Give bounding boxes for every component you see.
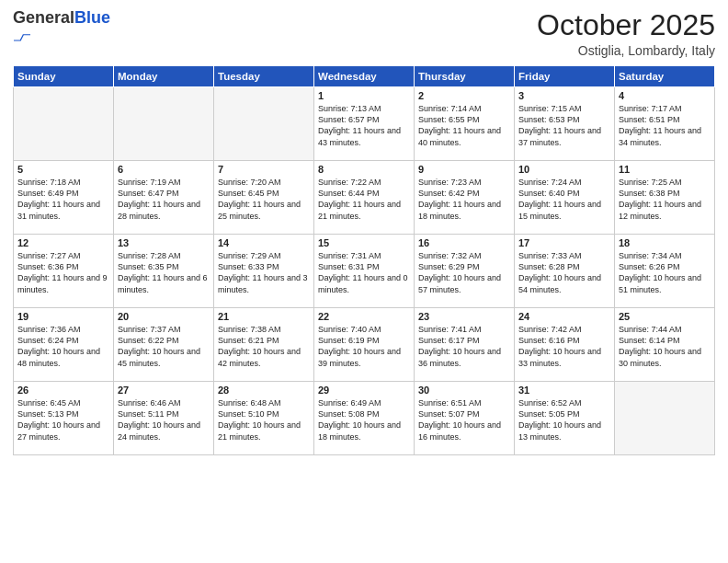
cell-text: Sunrise: 7:23 AMSunset: 6:42 PMDaylight:… [418,177,510,222]
day-number: 14 [218,237,310,248]
cell-text: Sunrise: 6:46 AMSunset: 5:11 PMDaylight:… [118,397,210,442]
day-number: 21 [218,311,310,322]
calendar-table: Sunday Monday Tuesday Wednesday Thursday… [13,65,715,455]
table-row: 18Sunrise: 7:34 AMSunset: 6:26 PMDayligh… [615,235,715,308]
cell-text: Sunrise: 6:48 AMSunset: 5:10 PMDaylight:… [218,397,310,442]
cell-text: Sunrise: 6:45 AMSunset: 5:13 PMDaylight:… [17,397,109,442]
col-sunday: Sunday [14,66,114,87]
day-number: 28 [218,385,310,396]
table-row: 13Sunrise: 7:28 AMSunset: 6:35 PMDayligh… [114,235,214,308]
table-row: 6Sunrise: 7:19 AMSunset: 6:47 PMDaylight… [114,161,214,235]
table-row [214,87,314,161]
month-title: October 2025 [537,9,715,41]
table-row: 22Sunrise: 7:40 AMSunset: 6:19 PMDayligh… [314,308,415,382]
table-row: 19Sunrise: 7:36 AMSunset: 6:24 PMDayligh… [14,308,114,382]
day-number: 13 [118,237,210,248]
table-row: 12Sunrise: 7:27 AMSunset: 6:36 PMDayligh… [14,235,114,308]
day-number: 2 [418,90,510,101]
cell-text: Sunrise: 7:25 AMSunset: 6:38 PMDaylight:… [619,177,711,222]
title-block: October 2025 Ostiglia, Lombardy, Italy [537,9,715,58]
day-number: 4 [619,90,711,101]
logo-icon [14,29,30,45]
col-wednesday: Wednesday [314,66,415,87]
table-row: 7Sunrise: 7:20 AMSunset: 6:45 PMDaylight… [214,161,314,235]
day-number: 20 [118,311,210,322]
day-number: 11 [619,164,711,175]
calendar-week-row: 12Sunrise: 7:27 AMSunset: 6:36 PMDayligh… [14,235,715,308]
table-row: 16Sunrise: 7:32 AMSunset: 6:29 PMDayligh… [415,235,515,308]
cell-text: Sunrise: 7:28 AMSunset: 6:35 PMDaylight:… [118,250,210,295]
cell-text: Sunrise: 7:44 AMSunset: 6:14 PMDaylight:… [619,324,711,369]
cell-text: Sunrise: 7:17 AMSunset: 6:51 PMDaylight:… [619,103,711,148]
cell-text: Sunrise: 7:29 AMSunset: 6:33 PMDaylight:… [218,250,310,295]
svg-marker-0 [14,34,30,40]
cell-text: Sunrise: 7:22 AMSunset: 6:44 PMDaylight:… [318,177,410,222]
cell-text: Sunrise: 7:13 AMSunset: 6:57 PMDaylight:… [318,103,410,148]
day-number: 9 [418,164,510,175]
day-number: 25 [619,311,711,322]
day-number: 23 [418,311,510,322]
day-number: 31 [518,385,610,396]
day-number: 18 [619,237,711,248]
calendar-week-row: 19Sunrise: 7:36 AMSunset: 6:24 PMDayligh… [14,308,715,382]
table-row: 28Sunrise: 6:48 AMSunset: 5:10 PMDayligh… [214,382,314,455]
cell-text: Sunrise: 6:49 AMSunset: 5:08 PMDaylight:… [318,397,410,442]
table-row: 10Sunrise: 7:24 AMSunset: 6:40 PMDayligh… [515,161,615,235]
day-number: 1 [318,90,410,101]
calendar-week-row: 5Sunrise: 7:18 AMSunset: 6:49 PMDaylight… [14,161,715,235]
table-row: 25Sunrise: 7:44 AMSunset: 6:14 PMDayligh… [615,308,715,382]
table-row: 14Sunrise: 7:29 AMSunset: 6:33 PMDayligh… [214,235,314,308]
cell-text: Sunrise: 7:27 AMSunset: 6:36 PMDaylight:… [17,250,109,295]
day-number: 8 [318,164,410,175]
header: GeneralBlue October 2025 Ostiglia, Lomba… [13,9,715,58]
cell-text: Sunrise: 7:38 AMSunset: 6:21 PMDaylight:… [218,324,310,369]
table-row: 20Sunrise: 7:37 AMSunset: 6:22 PMDayligh… [114,308,214,382]
cell-text: Sunrise: 7:36 AMSunset: 6:24 PMDaylight:… [17,324,109,369]
table-row: 29Sunrise: 6:49 AMSunset: 5:08 PMDayligh… [314,382,415,455]
table-row: 8Sunrise: 7:22 AMSunset: 6:44 PMDaylight… [314,161,415,235]
table-row: 9Sunrise: 7:23 AMSunset: 6:42 PMDaylight… [415,161,515,235]
table-row: 31Sunrise: 6:52 AMSunset: 5:05 PMDayligh… [515,382,615,455]
table-row: 27Sunrise: 6:46 AMSunset: 5:11 PMDayligh… [114,382,214,455]
cell-text: Sunrise: 7:41 AMSunset: 6:17 PMDaylight:… [418,324,510,369]
cell-text: Sunrise: 7:33 AMSunset: 6:28 PMDaylight:… [518,250,610,295]
table-row: 26Sunrise: 6:45 AMSunset: 5:13 PMDayligh… [14,382,114,455]
cell-text: Sunrise: 7:31 AMSunset: 6:31 PMDaylight:… [318,250,410,295]
table-row: 2Sunrise: 7:14 AMSunset: 6:55 PMDaylight… [415,87,515,161]
table-row [615,382,715,455]
cell-text: Sunrise: 6:51 AMSunset: 5:07 PMDaylight:… [418,397,510,442]
table-row [114,87,214,161]
cell-text: Sunrise: 7:34 AMSunset: 6:26 PMDaylight:… [619,250,711,295]
day-number: 17 [518,237,610,248]
cell-text: Sunrise: 7:14 AMSunset: 6:55 PMDaylight:… [418,103,510,148]
logo: GeneralBlue [13,9,110,45]
day-number: 27 [118,385,210,396]
table-row: 15Sunrise: 7:31 AMSunset: 6:31 PMDayligh… [314,235,415,308]
table-row: 5Sunrise: 7:18 AMSunset: 6:49 PMDaylight… [14,161,114,235]
col-thursday: Thursday [415,66,515,87]
location: Ostiglia, Lombardy, Italy [537,43,715,58]
cell-text: Sunrise: 7:40 AMSunset: 6:19 PMDaylight:… [318,324,410,369]
col-saturday: Saturday [615,66,715,87]
col-tuesday: Tuesday [214,66,314,87]
cell-text: Sunrise: 6:52 AMSunset: 5:05 PMDaylight:… [518,397,610,442]
day-number: 19 [17,311,109,322]
day-number: 10 [518,164,610,175]
table-row: 11Sunrise: 7:25 AMSunset: 6:38 PMDayligh… [615,161,715,235]
cell-text: Sunrise: 7:20 AMSunset: 6:45 PMDaylight:… [218,177,310,222]
logo-blue: Blue [74,8,110,27]
cell-text: Sunrise: 7:37 AMSunset: 6:22 PMDaylight:… [118,324,210,369]
calendar-header-row: Sunday Monday Tuesday Wednesday Thursday… [14,66,715,87]
col-monday: Monday [114,66,214,87]
cell-text: Sunrise: 7:32 AMSunset: 6:29 PMDaylight:… [418,250,510,295]
day-number: 15 [318,237,410,248]
day-number: 29 [318,385,410,396]
day-number: 5 [17,164,109,175]
day-number: 24 [518,311,610,322]
logo-text: GeneralBlue [13,9,110,28]
day-number: 12 [17,237,109,248]
day-number: 3 [518,90,610,101]
cell-text: Sunrise: 7:24 AMSunset: 6:40 PMDaylight:… [518,177,610,222]
table-row: 3Sunrise: 7:15 AMSunset: 6:53 PMDaylight… [515,87,615,161]
calendar-week-row: 26Sunrise: 6:45 AMSunset: 5:13 PMDayligh… [14,382,715,455]
